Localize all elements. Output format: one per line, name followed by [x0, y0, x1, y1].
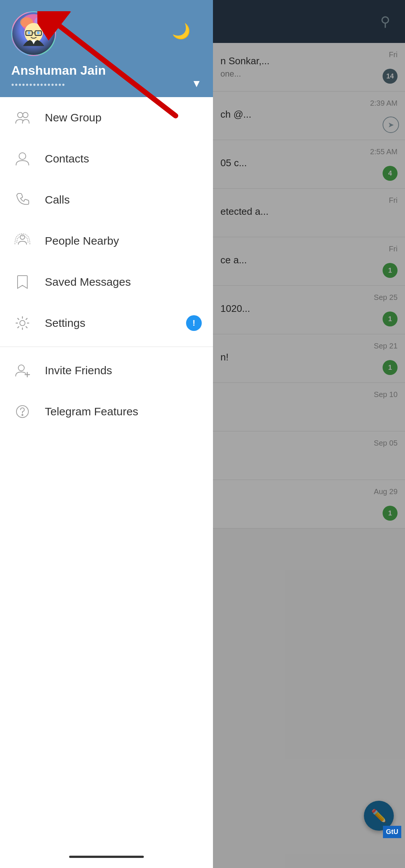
bottom-bar: [0, 846, 213, 868]
svg-point-13: [20, 235, 25, 239]
svg-point-12: [19, 153, 26, 159]
question-icon: [11, 400, 34, 423]
sidebar-item-contacts[interactable]: Contacts: [0, 138, 213, 179]
phone-icon: [11, 189, 34, 211]
contact-icon: [11, 148, 34, 170]
sidebar-item-invite-friends[interactable]: Invite Friends: [0, 350, 213, 391]
contacts-label: Contacts: [45, 152, 89, 165]
sidebar-drawer: 🌙 Anshuman Jain ••••••••••••••• ▼ New Gr…: [0, 0, 213, 868]
svg-point-11: [23, 112, 28, 118]
drawer-user-info: Anshuman Jain •••••••••••••••: [11, 59, 202, 90]
sidebar-item-telegram-features[interactable]: Telegram Features: [0, 391, 213, 432]
invite-friends-label: Invite Friends: [45, 364, 112, 377]
settings-label: Settings: [45, 317, 85, 329]
home-indicator: [69, 856, 144, 858]
group-icon: [11, 106, 34, 129]
svg-point-10: [18, 112, 23, 118]
calls-label: Calls: [45, 193, 70, 206]
menu-list: New Group Contacts Calls: [0, 97, 213, 846]
sidebar-item-saved-messages[interactable]: Saved Messages: [0, 261, 213, 303]
svg-point-9: [37, 31, 40, 34]
avatar[interactable]: [11, 11, 56, 56]
watermark: GtU: [383, 826, 401, 838]
svg-point-14: [20, 320, 25, 326]
night-mode-icon[interactable]: 🌙: [172, 22, 191, 40]
saved-messages-label: Saved Messages: [45, 276, 131, 288]
user-name: Anshuman Jain: [11, 63, 202, 78]
people-nearby-label: People Nearby: [45, 235, 119, 247]
add-person-icon: [11, 359, 34, 382]
avatar-image: [12, 11, 55, 56]
gear-icon: [11, 312, 34, 334]
bookmark-icon: [11, 271, 34, 293]
drawer-header: 🌙 Anshuman Jain ••••••••••••••• ▼: [0, 0, 213, 97]
expand-accounts-button[interactable]: ▼: [191, 78, 202, 90]
new-group-label: New Group: [45, 111, 102, 124]
svg-point-19: [22, 415, 23, 416]
sidebar-item-people-nearby[interactable]: People Nearby: [0, 220, 213, 261]
drawer-header-top: 🌙: [11, 11, 202, 56]
menu-divider: [0, 347, 213, 347]
nearby-icon: [11, 230, 34, 252]
sidebar-item-settings[interactable]: Settings !: [0, 303, 213, 344]
sidebar-item-new-group[interactable]: New Group: [0, 97, 213, 138]
svg-point-15: [18, 365, 24, 371]
sidebar-item-calls[interactable]: Calls: [0, 179, 213, 220]
telegram-features-label: Telegram Features: [45, 405, 138, 418]
settings-notification-badge: !: [186, 315, 202, 331]
user-phone: •••••••••••••••: [11, 80, 202, 90]
svg-point-8: [28, 31, 31, 34]
